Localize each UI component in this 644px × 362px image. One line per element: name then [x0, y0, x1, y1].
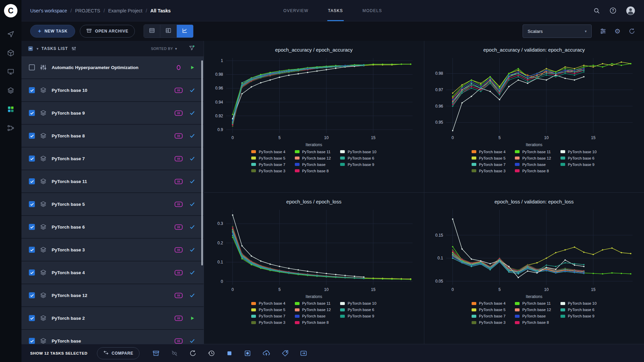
breadcrumb-projects[interactable]: PROJECTS: [75, 8, 100, 13]
legend-item[interactable]: PyTorch base: [515, 161, 551, 168]
task-row[interactable]: PyTorch base 6: [21, 216, 204, 238]
chart-plot[interactable]: 0510150.950.960.970.98: [430, 55, 638, 142]
task-name[interactable]: PyTorch base 8: [52, 133, 85, 138]
legend-item[interactable]: PyTorch base: [295, 313, 331, 319]
legend-item[interactable]: PyTorch base 8: [515, 319, 551, 326]
legend-item[interactable]: PyTorch base 7: [472, 313, 505, 319]
split-view-button[interactable]: [160, 25, 177, 38]
legend-item[interactable]: PyTorch base 9: [560, 313, 597, 319]
column-settings-icon[interactable]: [71, 46, 76, 51]
filter-funnel-icon[interactable]: [189, 45, 195, 52]
stop-icon[interactable]: [226, 350, 233, 357]
legend-item[interactable]: PyTorch base 12: [295, 307, 331, 313]
task-name[interactable]: PyTorch base 5: [52, 202, 85, 207]
legend-item[interactable]: PyTorch base 4: [472, 148, 505, 155]
tune-icon[interactable]: [600, 28, 606, 35]
compare-button[interactable]: COMPARE: [97, 347, 140, 359]
task-name[interactable]: PyTorch base: [52, 339, 81, 344]
legend-item[interactable]: PyTorch base 6: [560, 307, 597, 313]
task-row[interactable]: PyTorch base: [21, 330, 204, 344]
legend-item[interactable]: PyTorch base 8: [295, 168, 331, 174]
unlink-icon[interactable]: [171, 350, 178, 357]
sorted-by-control[interactable]: SORTED BY ▾: [151, 47, 177, 51]
publish-cloud-icon[interactable]: [262, 349, 270, 357]
rail-item-home[interactable]: [0, 25, 21, 44]
task-name[interactable]: PyTorch base 12: [52, 293, 87, 298]
legend-item[interactable]: PyTorch base 12: [515, 307, 551, 313]
tags-icon[interactable]: [281, 350, 289, 357]
show-selected-button[interactable]: SHOW 12 TASKS SELECTED: [30, 351, 88, 355]
chevron-down-icon[interactable]: ▾: [37, 47, 39, 51]
rail-item-applications[interactable]: [0, 101, 21, 119]
tab-tasks[interactable]: TASKS: [327, 0, 344, 21]
chart-plot[interactable]: 0510150.050.10.15: [430, 206, 638, 294]
task-name[interactable]: PyTorch base 3: [52, 247, 85, 252]
legend-item[interactable]: PyTorch base 8: [295, 319, 331, 326]
legend-item[interactable]: PyTorch base 9: [560, 161, 597, 168]
task-row[interactable]: PyTorch base 8: [21, 125, 204, 147]
chart-plot[interactable]: 0510150.90.920.940.960.981: [210, 55, 418, 142]
legend-item[interactable]: PyTorch base 4: [472, 300, 505, 307]
legend-item[interactable]: PyTorch base: [295, 161, 331, 168]
move-to-project-icon[interactable]: [300, 350, 307, 357]
task-checkbox[interactable]: [29, 64, 35, 70]
chart-plot[interactable]: 05101500.10.20.3: [210, 206, 418, 294]
legend-item[interactable]: PyTorch base 10: [340, 148, 376, 155]
task-checkbox[interactable]: [29, 292, 35, 298]
chart-view-button[interactable]: [177, 25, 193, 38]
legend-item[interactable]: PyTorch base 5: [251, 307, 285, 313]
legend-item[interactable]: PyTorch base 5: [472, 307, 505, 313]
task-name[interactable]: PyTorch base 10: [52, 88, 87, 93]
legend-item[interactable]: PyTorch base 10: [340, 300, 376, 307]
legend-item[interactable]: PyTorch base 11: [515, 148, 551, 155]
task-name[interactable]: PyTorch base 9: [52, 111, 85, 116]
task-row[interactable]: PyTorch base 7: [21, 147, 204, 170]
task-name[interactable]: PyTorch base 2: [52, 316, 85, 321]
task-name[interactable]: Automatic Hyperparameter Optimization: [52, 65, 139, 70]
tab-models[interactable]: MODELS: [362, 0, 383, 21]
rail-item-workers[interactable]: [0, 63, 21, 82]
task-checkbox[interactable]: [29, 224, 35, 230]
task-name[interactable]: PyTorch base 6: [52, 225, 85, 230]
legend-item[interactable]: PyTorch base 3: [472, 319, 505, 326]
task-checkbox[interactable]: [29, 133, 35, 139]
legend-item[interactable]: PyTorch base 6: [560, 155, 597, 161]
new-task-button[interactable]: + NEW TASK: [30, 25, 75, 38]
legend-item[interactable]: PyTorch base 6: [340, 307, 376, 313]
legend-item[interactable]: PyTorch base 9: [340, 313, 376, 319]
task-checkbox[interactable]: [29, 156, 35, 162]
legend-item[interactable]: PyTorch base 3: [472, 168, 505, 174]
legend-item[interactable]: PyTorch base 3: [251, 168, 285, 174]
legend-item[interactable]: PyTorch base 7: [251, 161, 285, 168]
archive-icon[interactable]: [152, 350, 160, 357]
search-icon[interactable]: [593, 7, 600, 14]
legend-item[interactable]: PyTorch base 10: [560, 300, 597, 307]
table-view-button[interactable]: [144, 25, 160, 38]
task-row[interactable]: PyTorch base 3: [21, 239, 204, 261]
legend-item[interactable]: PyTorch base 5: [251, 155, 285, 161]
task-name[interactable]: PyTorch base 7: [52, 156, 85, 161]
select-all-checkbox-icon[interactable]: [28, 46, 34, 52]
task-row[interactable]: PyTorch base 5: [21, 193, 204, 215]
legend-item[interactable]: PyTorch base 4: [251, 300, 285, 307]
help-icon[interactable]: ?: [609, 7, 616, 14]
tab-overview[interactable]: OVERVIEW: [283, 0, 309, 21]
task-row[interactable]: PyTorch base 9: [21, 102, 204, 124]
snapshot-icon[interactable]: [244, 350, 251, 357]
open-archive-button[interactable]: OPEN ARCHIVE: [80, 25, 135, 38]
task-checkbox[interactable]: [29, 315, 35, 321]
rail-item-pipelines[interactable]: [0, 119, 21, 138]
history-icon[interactable]: [208, 350, 215, 357]
task-row[interactable]: Automatic Hyperparameter Optimization: [21, 56, 204, 78]
task-checkbox[interactable]: [29, 247, 35, 253]
refresh-icon[interactable]: [629, 28, 635, 35]
legend-item[interactable]: PyTorch base 11: [295, 300, 331, 307]
task-row[interactable]: PyTorch base 12: [21, 284, 204, 306]
task-checkbox[interactable]: [29, 338, 35, 344]
metric-view-select[interactable]: Scalars ▾: [523, 24, 592, 38]
task-row[interactable]: PyTorch base 4: [21, 261, 204, 284]
breadcrumb-project[interactable]: Example Project: [108, 8, 143, 13]
rail-item-projects[interactable]: [0, 44, 21, 63]
gear-icon[interactable]: ⚙: [614, 28, 621, 35]
legend-item[interactable]: PyTorch base 11: [295, 148, 331, 155]
